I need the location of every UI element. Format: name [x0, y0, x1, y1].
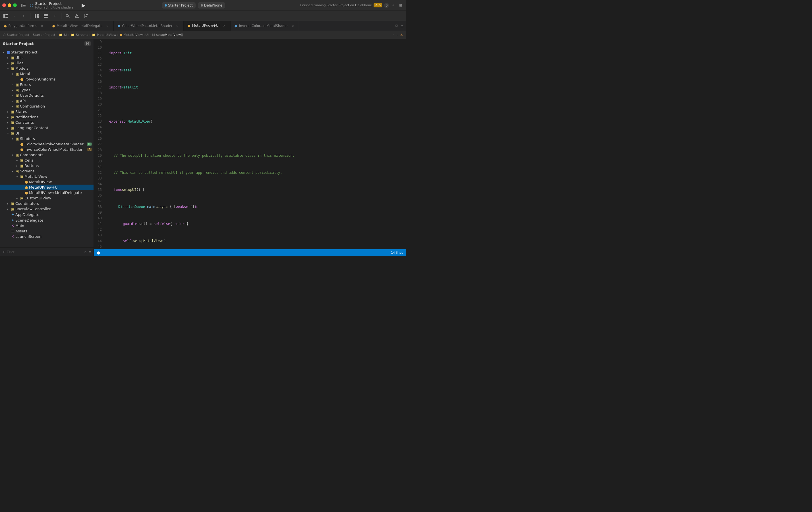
toolbar-layout-icon[interactable]	[42, 12, 50, 20]
arrow-icon: ▸	[10, 83, 15, 86]
tab-close-5-icon[interactable]: ×	[291, 24, 295, 28]
sidebar-item-utils[interactable]: ▸ ▣ Utils	[0, 55, 93, 60]
tab-close-4-icon[interactable]: ×	[222, 24, 226, 28]
breadcrumb-folder-icon-3: 📁	[71, 33, 75, 37]
folder-icon: ▣	[15, 99, 20, 103]
sidebar-item-label: Notifications	[16, 115, 93, 119]
sidebar-item-constants[interactable]: ▸ ▣ Constants	[0, 120, 93, 125]
sidebar-item-rootviewcontroller[interactable]: ▸ ▣ RootViewController	[0, 206, 93, 211]
folder-icon: ▣	[10, 66, 16, 70]
line-numbers: 9 10 11 12 13 14 15 16 17 18 19 20 21 22…	[94, 39, 107, 249]
sidebar-item-notifications[interactable]: ▸ ▣ Notifications	[0, 114, 93, 120]
split-editor-icon[interactable]: ⧉	[396, 24, 398, 28]
breadcrumb-4[interactable]: Screens	[76, 33, 88, 37]
breadcrumb-6[interactable]: MetalUIView+UI	[123, 33, 148, 37]
svg-rect-0	[21, 4, 23, 7]
sidebar-item-models[interactable]: ▾ ▣ Models	[0, 66, 93, 71]
line-count: 14 lines	[391, 251, 403, 255]
sidebar-toggle-icon[interactable]	[21, 3, 26, 8]
sidebar-item-cells[interactable]: ▸ ▣ Cells	[0, 158, 93, 163]
toolbar-warning-icon[interactable]	[73, 12, 81, 20]
toolbar-sidebar-icon[interactable]	[2, 12, 10, 20]
theme-toggle[interactable]: ☽	[384, 3, 389, 8]
tab-close-3-icon[interactable]: ×	[175, 24, 179, 28]
sidebar-item-metaluiview-file[interactable]: ● MetalUIView	[0, 179, 93, 184]
sidebar-item-metal[interactable]: ▾ ▣ Metal	[0, 71, 93, 77]
tab-inverse-shader[interactable]: ● InverseColor...elMetalShader ×	[231, 21, 299, 31]
folder-icon: ▣	[19, 196, 25, 200]
sidebar-item-metaluiview-ui[interactable]: ● MetalUIView+UI	[0, 184, 93, 190]
add-icon[interactable]: +	[2, 250, 5, 254]
sidebar-item-coordinators[interactable]: ▸ ▣ Coordinators	[0, 201, 93, 206]
breadcrumb-forward-icon[interactable]: ›	[397, 33, 398, 37]
sidebar-item-label: MetalUIView+MetalDelegate	[29, 191, 93, 195]
breadcrumb-1[interactable]: Starter Project	[7, 33, 29, 37]
plus-button[interactable]: ＋	[390, 3, 396, 8]
maximize-button[interactable]	[13, 3, 17, 7]
warning-indicator[interactable]: ⚠	[400, 24, 404, 28]
toolbar-back-icon[interactable]: ‹	[11, 12, 19, 20]
sidebar-item-files[interactable]: ▸ ▣ Files	[0, 60, 93, 66]
sidebar-item-userdefaults[interactable]: ▸ ▣ UserDefaults	[0, 93, 93, 98]
breadcrumb-back-icon[interactable]: ‹	[393, 33, 394, 37]
code-content[interactable]: 9 10 11 12 13 14 15 16 17 18 19 20 21 22…	[94, 39, 406, 249]
sidebar-item-states[interactable]: ▸ ▣ States	[0, 109, 93, 114]
tab-close-2-icon[interactable]: ×	[106, 24, 110, 28]
breadcrumb-2[interactable]: Starter Project	[33, 33, 55, 37]
sidebar-item-metaluiview-metaldelegate[interactable]: ● MetalUIView+MetalDelegate	[0, 190, 93, 195]
arrow-icon: ▸	[6, 121, 10, 124]
sidebar-item-customuiview[interactable]: ▸ ▣ CustomUIView	[0, 195, 93, 201]
panel-button[interactable]: ⊞	[398, 3, 404, 8]
toolbar-search-icon[interactable]	[64, 12, 71, 20]
tab-metaluiview-ui[interactable]: ● MetalUIView+UI ×	[184, 21, 231, 31]
sidebar-item-assets[interactable]: ☰ Assets	[0, 228, 93, 234]
sidebar-item-colorwheel-shader[interactable]: ● ColorWheelPolygonMetalShader M	[0, 141, 93, 147]
toolbar-grid-icon[interactable]	[33, 12, 41, 20]
filter-input[interactable]	[7, 250, 82, 254]
sidebar-item-appdelegate[interactable]: ✦ AppDelegate	[0, 211, 93, 217]
tab-delaphone[interactable]: DelaPhone	[198, 2, 225, 8]
run-button[interactable]: ▶	[80, 2, 87, 9]
badge-m: M	[87, 143, 92, 146]
sidebar-item-polygon-uniforms[interactable]: ● PolygonUniforms	[0, 77, 93, 82]
sidebar-item-api[interactable]: ▸ ▣ API	[0, 98, 93, 104]
sidebar-item-configuration[interactable]: ▸ ▣ Configuration	[0, 104, 93, 109]
sidebar-item-buttons[interactable]: ▸ ▣ Buttons	[0, 163, 93, 168]
arrow-icon: ▾	[6, 67, 10, 70]
tab-polygon-uniforms[interactable]: ● PolygonUniforms ×	[0, 21, 48, 31]
sidebar-item-components[interactable]: ▾ ▣ Components	[0, 152, 93, 158]
sidebar-item-ui[interactable]: ▾ ▣ UI	[0, 131, 93, 136]
tab-close-icon[interactable]: ×	[40, 24, 44, 28]
sidebar-item-types[interactable]: ▸ ▣ Types	[0, 87, 93, 93]
filter-list-icon[interactable]: ≡	[88, 250, 91, 254]
toolbar-git-icon[interactable]	[82, 12, 90, 20]
sidebar-item-launchscreen[interactable]: ✕ LaunchScreen	[0, 234, 93, 239]
sidebar-item-starter-root[interactable]: ▾ ■ Starter Project	[0, 50, 93, 55]
sidebar-item-screens[interactable]: ▾ ▣ Screens	[0, 168, 93, 174]
sidebar-item-scenedelegate[interactable]: ✦ SceneDelegate	[0, 217, 93, 223]
sidebar-item-language-content[interactable]: ▸ ▣ LanguageContent	[0, 125, 93, 131]
breadcrumb-7[interactable]: setupMetalView()	[156, 33, 183, 37]
tab-metal-ui-delegate[interactable]: ● MetalUIView...etalDelegate ×	[48, 21, 114, 31]
filter-warning-icon[interactable]: ⚠	[84, 250, 87, 254]
sidebar-item-metaluiview-folder[interactable]: ▾ ▣ MetalUIView	[0, 174, 93, 179]
sidebar-item-label: MetalUIView	[29, 180, 93, 184]
ln-29: 29	[94, 153, 104, 159]
folder-icon: ▣	[10, 55, 16, 60]
sidebar-item-inverse-shader[interactable]: ● InverseColorWheelMetalShader A	[0, 147, 93, 152]
sidebar-item-main[interactable]: ✕ Main	[0, 223, 93, 228]
breadcrumb-warning-icon[interactable]: ⚠	[400, 33, 403, 37]
ln-37: 37	[94, 198, 104, 204]
breadcrumb-5[interactable]: MetalUIView	[97, 33, 116, 37]
sidebar-item-label: Errors	[20, 83, 93, 87]
toolbar-forward-icon[interactable]: ›	[20, 12, 28, 20]
minimize-button[interactable]	[8, 3, 11, 7]
tab-colorwheel-shader[interactable]: ● ColorWheelPo...nMetalShader ×	[114, 21, 184, 31]
sidebar-item-errors[interactable]: ▸ ▣ Errors	[0, 82, 93, 87]
ln-36: 36	[94, 193, 104, 198]
tab-starter-project[interactable]: Starter Project	[162, 2, 196, 8]
breadcrumb-3[interactable]: UI	[64, 33, 67, 37]
toolbar-add-icon[interactable]: +	[51, 12, 59, 20]
sidebar-item-shaders[interactable]: ▾ ▣ Shaders	[0, 136, 93, 141]
close-button[interactable]	[2, 3, 6, 7]
